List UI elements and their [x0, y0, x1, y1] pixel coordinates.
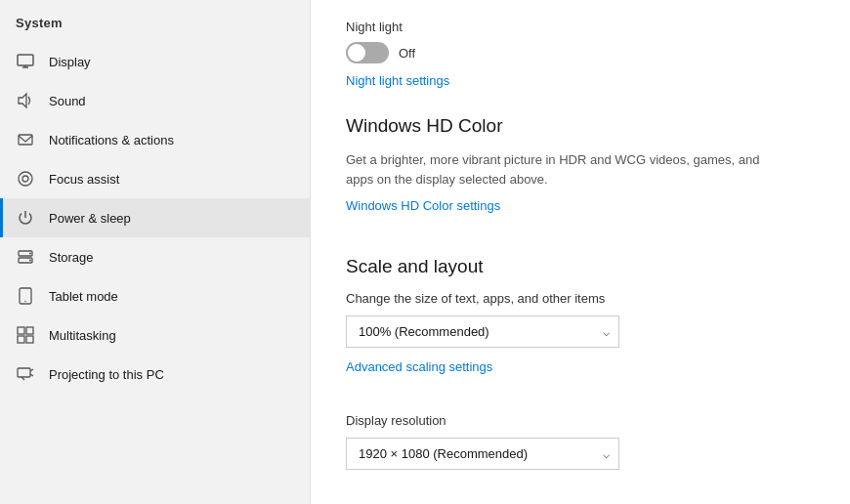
- windows-hd-color-settings-link[interactable]: Windows HD Color settings: [346, 198, 500, 213]
- sidebar-item-focus[interactable]: Focus assist: [0, 159, 310, 198]
- svg-rect-0: [18, 55, 33, 65]
- resolution-dropdown[interactable]: 1920 × 1080 (Recommended) 1600 × 900 128…: [346, 438, 619, 470]
- power-icon: [16, 208, 35, 228]
- sidebar-item-display[interactable]: Display: [0, 42, 310, 81]
- svg-point-5: [19, 172, 32, 186]
- sidebar-item-storage[interactable]: Storage: [0, 237, 310, 276]
- storage-icon: [16, 247, 35, 267]
- svg-rect-14: [26, 327, 33, 334]
- sidebar-item-label-storage: Storage: [49, 250, 94, 265]
- svg-rect-17: [18, 368, 30, 377]
- night-light-settings-link[interactable]: Night light settings: [346, 73, 449, 88]
- svg-rect-15: [18, 336, 24, 343]
- scale-dropdown-wrapper: 100% (Recommended) 125% 150% 175% ⌵: [346, 315, 619, 348]
- sidebar-item-multitasking[interactable]: Multitasking: [0, 315, 310, 355]
- multitasking-icon: [16, 325, 35, 345]
- svg-point-6: [22, 176, 28, 182]
- notifications-icon: [16, 130, 35, 149]
- svg-point-10: [29, 260, 31, 262]
- display-icon: [16, 52, 35, 71]
- sidebar-item-label-notifications: Notifications & actions: [49, 133, 174, 147]
- sidebar-item-tablet[interactable]: Tablet mode: [0, 276, 310, 315]
- sidebar-item-label-multitasking: Multitasking: [49, 328, 116, 343]
- sidebar-item-sound[interactable]: Sound: [0, 81, 310, 120]
- sidebar-item-projecting[interactable]: Projecting to this PC: [0, 355, 310, 394]
- svg-rect-13: [18, 327, 24, 334]
- scale-and-layout-heading: Scale and layout: [346, 256, 815, 277]
- windows-hd-color-desc: Get a brighter, more vibrant picture in …: [346, 150, 766, 189]
- night-light-toggle-row: Off: [346, 42, 815, 63]
- scale-and-layout-section: Scale and layout Change the size of text…: [346, 256, 815, 470]
- focus-icon: [16, 169, 35, 189]
- sidebar: System Display Sound: [0, 0, 311, 504]
- night-light-status: Off: [399, 46, 415, 61]
- main-content: Night light Off Night light settings Win…: [311, 0, 850, 504]
- sidebar-item-label-focus: Focus assist: [49, 172, 119, 187]
- scale-dropdown[interactable]: 100% (Recommended) 125% 150% 175%: [346, 315, 619, 348]
- svg-marker-3: [19, 94, 26, 107]
- change-size-label: Change the size of text, apps, and other…: [346, 291, 815, 306]
- sidebar-item-label-projecting: Projecting to this PC: [49, 367, 164, 382]
- windows-hd-color-heading: Windows HD Color: [346, 115, 815, 137]
- resolution-dropdown-wrapper: 1920 × 1080 (Recommended) 1600 × 900 128…: [346, 438, 619, 470]
- svg-rect-4: [19, 135, 32, 145]
- sidebar-title: System: [0, 8, 310, 42]
- display-resolution-label: Display resolution: [346, 413, 815, 428]
- svg-point-9: [29, 253, 31, 255]
- advanced-scaling-link[interactable]: Advanced scaling settings: [346, 359, 492, 374]
- sidebar-item-label-tablet: Tablet mode: [49, 289, 118, 304]
- sidebar-item-power[interactable]: Power & sleep: [0, 198, 310, 237]
- night-light-toggle[interactable]: [346, 42, 389, 63]
- night-light-label: Night light: [346, 20, 815, 34]
- windows-hd-color-section: Windows HD Color Get a brighter, more vi…: [346, 115, 815, 236]
- sidebar-item-label-sound: Sound: [49, 94, 86, 108]
- tablet-icon: [16, 286, 35, 306]
- sidebar-item-label-power: Power & sleep: [49, 211, 131, 226]
- sidebar-item-label-display: Display: [49, 55, 91, 69]
- svg-rect-16: [26, 336, 33, 343]
- sidebar-item-notifications[interactable]: Notifications & actions: [0, 120, 310, 159]
- sound-icon: [16, 91, 35, 110]
- projecting-icon: [16, 364, 35, 384]
